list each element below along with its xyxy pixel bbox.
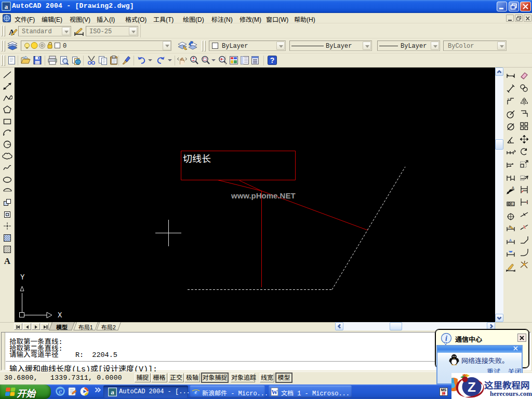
svg-text:a: a xyxy=(5,3,8,10)
svg-text:1: 1 xyxy=(512,203,514,206)
svg-text:A: A xyxy=(512,186,514,190)
svg-text:切线长: 切线长 xyxy=(183,151,211,165)
svg-text:i: i xyxy=(445,335,447,342)
svg-text:Y: Y xyxy=(20,273,25,282)
svg-text:A: A xyxy=(509,238,512,242)
svg-text:y: y xyxy=(508,97,509,100)
svg-text:Z: Z xyxy=(468,379,476,395)
svg-text:W: W xyxy=(272,389,278,396)
svg-text:0: 0 xyxy=(63,43,66,50)
svg-text:X: X xyxy=(58,311,62,320)
svg-text:herecours.com: herecours.com xyxy=(490,390,532,397)
svg-text:a: a xyxy=(111,388,114,396)
svg-text:A: A xyxy=(4,256,11,266)
svg-text:?: ? xyxy=(270,56,275,64)
svg-text:www.pHome.NET: www.pHome.NET xyxy=(231,191,296,200)
